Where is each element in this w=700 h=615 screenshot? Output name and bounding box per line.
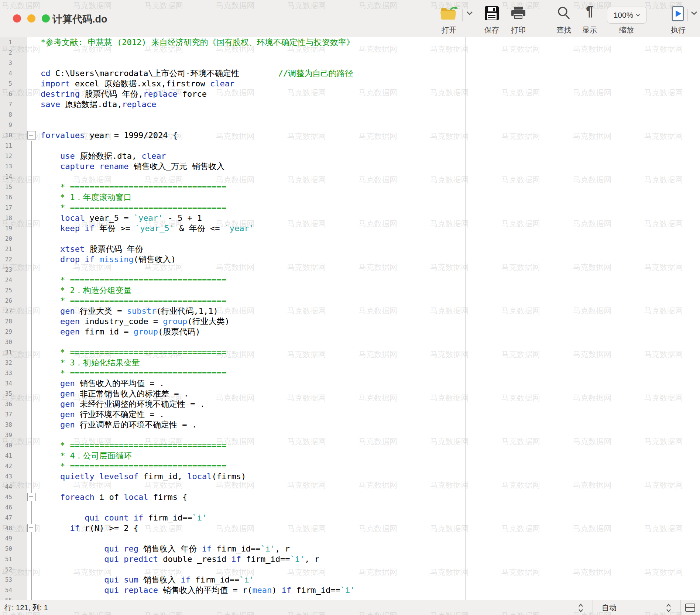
code-line[interactable]: 28 egen industry_code = group(行业大类) — [0, 316, 700, 327]
cursor-position: 行: 121, 列: 1 — [4, 600, 48, 615]
show-invisibles-button[interactable]: ¶ 显示 — [577, 0, 602, 37]
code-line[interactable]: 2 — [0, 48, 700, 58]
code-line[interactable]: 24 * ================================ — [0, 275, 700, 285]
code-line[interactable]: 30 — [0, 337, 700, 347]
line-number: 44 — [0, 482, 12, 492]
code-line[interactable]: 37 gen 行业环境不确定性 = . — [0, 409, 700, 420]
code-line[interactable]: 54 qui replace 销售收入的平均值 = r(mean) if fir… — [0, 585, 700, 595]
code-line[interactable]: 35 gen 非正常销售收入的标准差 = . — [0, 389, 700, 399]
code-text: local year_5 = `year' - 5 + 1 — [41, 213, 202, 223]
line-number: 28 — [0, 316, 12, 327]
code-line[interactable]: 46 — [0, 502, 700, 513]
code-line[interactable]: 45 foreach i of local firms { — [0, 492, 700, 502]
code-line[interactable]: 50 qui reg 销售收入 年份 if firm_id==`i', r — [0, 544, 700, 554]
run-dropdown-button[interactable] — [689, 0, 699, 37]
fold-collapse-icon[interactable] — [27, 131, 36, 140]
code-line[interactable]: 6destring 股票代码 年份,replace force — [0, 89, 700, 99]
code-line[interactable]: 4cd C:\Users\marcrodata\上市公司-环境不确定性 //调整… — [0, 68, 700, 79]
statusbar-divider — [680, 600, 681, 615]
line-number: 17 — [0, 203, 12, 213]
print-button[interactable]: 打印 — [506, 0, 531, 37]
code-line[interactable]: 51 qui predict double _resid if firm_id=… — [0, 554, 700, 564]
code-line[interactable]: 49 — [0, 533, 700, 544]
save-button[interactable]: 保存 — [479, 0, 504, 37]
stepper-control[interactable] — [578, 603, 583, 613]
code-line[interactable]: 23 — [0, 265, 700, 275]
code-line[interactable]: 5import excel 原始数据.xlsx,firstrow clear — [0, 79, 700, 89]
print-label: 打印 — [511, 25, 526, 35]
toolbar-divider — [687, 9, 688, 21]
line-number: 23 — [0, 265, 12, 275]
show-label: 显示 — [582, 25, 597, 35]
code-line[interactable]: 3 — [0, 58, 700, 68]
fold-collapse-icon[interactable] — [27, 524, 36, 532]
open-dropdown-button[interactable] — [464, 0, 475, 37]
code-text: * ================================ — [41, 368, 226, 378]
code-line[interactable]: 22 drop if missing(销售收入) — [0, 254, 700, 265]
code-line[interactable]: 39 — [0, 430, 700, 440]
code-line[interactable]: 33 * ================================ — [0, 368, 700, 378]
window-close-button[interactable] — [13, 14, 21, 23]
find-button[interactable]: 查找 — [551, 0, 576, 37]
code-text: egen firm_id = group(股票代码) — [41, 327, 200, 337]
code-line[interactable]: 32 * 3．初始化结果变量 — [0, 358, 700, 368]
line-number: 53 — [0, 575, 12, 585]
code-line[interactable]: 15 * ================================ — [0, 182, 700, 192]
code-text: xtset 股票代码 年份 — [41, 244, 143, 254]
code-line[interactable]: 18 local year_5 = `year' - 5 + 1 — [0, 213, 700, 223]
line-number: 6 — [0, 89, 12, 99]
code-line[interactable]: 55 — [0, 595, 700, 600]
split-editor-button[interactable] — [685, 604, 695, 612]
open-button[interactable]: 打开 — [435, 0, 463, 37]
code-line[interactable]: 17 * ================================ — [0, 203, 700, 213]
encoding-stepper[interactable] — [666, 603, 671, 613]
code-editor[interactable]: 1*参考文献: 申慧慧 (2012) 来自经济研究的《国有股权、环境不确定性与投… — [0, 37, 700, 600]
code-line[interactable]: 31 * ================================ — [0, 347, 700, 358]
code-line[interactable]: 13 capture rename 销售收入_万元 销售收入 — [0, 161, 700, 172]
code-line[interactable]: 21 xtset 股票代码 年份 — [0, 244, 700, 254]
code-line[interactable]: 40 * ================================ — [0, 440, 700, 451]
code-line[interactable]: 27 gen 行业大类 = substr(行业代码,1,1) — [0, 306, 700, 316]
code-line[interactable]: 19 keep if 年份 >= `year_5' & 年份 <= `year' — [0, 223, 700, 234]
code-line[interactable]: 52 — [0, 564, 700, 575]
window-zoom-button[interactable] — [42, 14, 50, 23]
run-button[interactable]: 执行 — [666, 0, 690, 37]
line-number: 20 — [0, 234, 12, 244]
code-text: forvalues year = 1999/2024 { — [41, 130, 178, 141]
status-bar: 行: 121, 列: 1 自动 — [0, 600, 700, 615]
code-line[interactable]: 9 — [0, 120, 700, 130]
code-line[interactable]: 36 gen 未经行业调整的环境不确定性 = . — [0, 399, 700, 409]
code-line[interactable]: 16 * 1．年度滚动窗口 — [0, 192, 700, 203]
code-line[interactable]: 38 gen 行业调整后的环境不确定性 = . — [0, 420, 700, 430]
code-line[interactable]: 20 — [0, 234, 700, 244]
code-line[interactable]: 10forvalues year = 1999/2024 { — [0, 130, 700, 141]
line-number: 43 — [0, 471, 12, 482]
code-line[interactable]: 25 * 2．构造分组变量 — [0, 285, 700, 296]
encoding-selector[interactable]: 自动 — [602, 600, 617, 615]
line-number: 13 — [0, 161, 12, 172]
code-line[interactable]: 1*参考文献: 申慧慧 (2012) 来自经济研究的《国有股权、环境不确定性与投… — [0, 37, 700, 48]
code-line[interactable]: 8 — [0, 110, 700, 120]
code-text: qui sum 销售收入 if firm_id==`i' — [41, 575, 254, 585]
code-line[interactable]: 7save 原始数据.dta,replace — [0, 99, 700, 110]
code-line[interactable]: 48 if r(N) >= 2 { — [0, 523, 700, 533]
code-line[interactable]: 34 gen 销售收入的平均值 = . — [0, 378, 700, 389]
code-line[interactable]: 41 * 4．公司层面循环 — [0, 451, 700, 461]
code-line[interactable]: 11 — [0, 141, 700, 151]
code-line[interactable]: 47 qui count if firm_id==`i' — [0, 513, 700, 523]
code-line[interactable]: 44 — [0, 482, 700, 492]
code-line[interactable]: 26 * ================================ — [0, 296, 700, 306]
code-line[interactable]: 12 use 原始数据.dta, clear — [0, 151, 700, 161]
code-line[interactable]: 14 — [0, 172, 700, 182]
printer-icon — [511, 6, 526, 22]
code-line[interactable]: 53 qui sum 销售收入 if firm_id==`i' — [0, 575, 700, 585]
find-label: 查找 — [556, 25, 571, 35]
code-line[interactable]: 29 egen firm_id = group(股票代码) — [0, 327, 700, 337]
line-number: 48 — [0, 523, 12, 533]
line-number: 5 — [0, 79, 12, 89]
code-line[interactable]: 42 * ================================ — [0, 461, 700, 471]
window-minimize-button[interactable] — [27, 14, 35, 23]
fold-collapse-icon[interactable] — [27, 493, 36, 501]
code-line[interactable]: 43 quietly levelsof firm_id, local(firms… — [0, 471, 700, 482]
open-folder-icon — [439, 6, 459, 24]
